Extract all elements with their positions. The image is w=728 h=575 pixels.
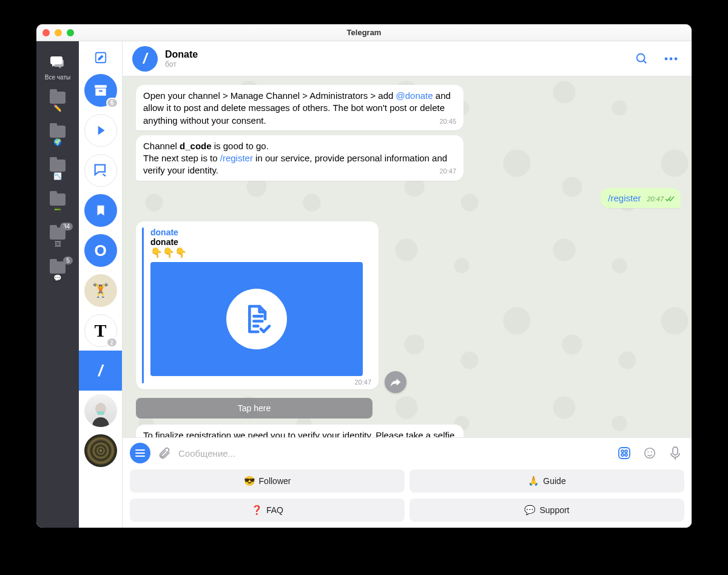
chat-title: Donate — [165, 49, 198, 60]
chat-item[interactable]: 🏋️ — [79, 271, 123, 311]
message-time: 20:47 — [647, 195, 675, 204]
inline-button-tap-here[interactable]: Tap here — [136, 398, 372, 419]
voice-button[interactable] — [666, 444, 684, 462]
emoji-icon: ❓ — [251, 505, 263, 516]
chats-icon — [36, 50, 79, 74]
folder-item[interactable]: 📉 — [36, 152, 79, 186]
emoji-icon: 🙏 — [528, 476, 539, 486]
avatar-letter: О — [94, 241, 106, 260]
chat-avatar[interactable]: / — [132, 46, 158, 72]
messages-scroll[interactable]: Open your channel > Manage Channel > Adm… — [123, 76, 692, 437]
message-text: is good to go. — [212, 141, 269, 151]
folder-icon — [50, 126, 66, 138]
bot-menu-button[interactable] — [130, 443, 150, 463]
svg-point-5 — [665, 57, 668, 60]
command-link[interactable]: /register — [220, 153, 253, 163]
window-controls — [42, 29, 74, 36]
chat-item[interactable]: О — [79, 230, 123, 271]
folder-emoji: 💬 — [53, 275, 62, 281]
svg-point-14 — [647, 451, 649, 452]
folder-item[interactable]: 34 🖼 — [36, 220, 79, 254]
sticker-panel-button[interactable] — [615, 444, 633, 462]
message-in[interactable]: Open your channel > Manage Channel > Adm… — [136, 85, 463, 130]
all-chats-label: Все чаты — [45, 74, 70, 81]
close-window-button[interactable] — [42, 29, 50, 36]
zoom-window-button[interactable] — [67, 29, 74, 36]
folder-column: Все чаты ✏️ 🌍 📉 📟 34 🖼 — [36, 41, 79, 528]
folder-icon — [50, 193, 66, 206]
message-in[interactable]: Channel d_code is good to go. The next s… — [136, 135, 463, 181]
folder-item[interactable]: ✏️ — [36, 84, 79, 118]
svg-rect-1 — [98, 90, 103, 92]
search-button[interactable] — [631, 48, 653, 70]
svg-rect-16 — [673, 447, 678, 455]
chat-header[interactable]: / Donate бот — [123, 41, 692, 76]
folder-emoji: 🖼 — [55, 241, 61, 247]
message-text: /register — [608, 193, 641, 203]
emoji-button[interactable] — [641, 444, 659, 462]
window-title: Telegram — [36, 28, 692, 37]
svg-rect-3 — [97, 411, 104, 415]
message-text: The next step is to — [143, 153, 220, 163]
unread-badge: 2 — [106, 337, 118, 348]
message-out[interactable]: /register 20:47 — [601, 188, 681, 208]
keyboard-label: Follower — [259, 476, 291, 486]
svg-point-9 — [621, 450, 624, 452]
card-title: donate — [150, 237, 371, 247]
attach-button[interactable] — [158, 446, 171, 460]
message-text: To finalize registration we need you to … — [143, 430, 454, 437]
chat-item[interactable] — [79, 150, 123, 190]
emoji-icon: 😎 — [244, 476, 255, 486]
folder-item[interactable]: 🌍 — [36, 118, 79, 152]
more-button[interactable] — [660, 48, 682, 70]
keyboard-button-guide[interactable]: 🙏Guide — [410, 469, 684, 493]
chat-item-saved[interactable] — [79, 190, 123, 230]
chat-item[interactable] — [79, 391, 123, 431]
chat-item[interactable] — [79, 110, 123, 150]
unread-badge: 6 — [106, 98, 118, 108]
svg-point-6 — [670, 57, 673, 60]
message-text: Channel — [143, 141, 180, 151]
message-in[interactable]: To finalize registration we need you to … — [136, 425, 463, 437]
folder-emoji: 🌍 — [53, 139, 62, 146]
card-image[interactable] — [150, 262, 363, 376]
document-check-icon — [226, 289, 287, 349]
message-time: 20:47 — [150, 378, 371, 386]
svg-point-11 — [621, 454, 624, 456]
svg-point-10 — [625, 450, 627, 452]
message-time: 20:45 — [439, 117, 456, 126]
mention-link[interactable]: @donate — [396, 90, 433, 101]
folder-emoji: ✏️ — [53, 105, 62, 112]
all-chats-folder[interactable]: Все чаты — [36, 50, 79, 81]
svg-point-13 — [645, 448, 655, 459]
message-input[interactable] — [178, 448, 608, 459]
compose-button[interactable] — [83, 45, 118, 70]
message-bold: d_code — [180, 141, 212, 151]
chat-item-donate[interactable]: / — [79, 351, 123, 391]
card-site-name: donate — [150, 227, 371, 237]
svg-rect-8 — [619, 448, 630, 459]
share-button[interactable] — [385, 371, 406, 393]
webpage-card[interactable]: donate donate 👇👇👇 — [136, 221, 379, 389]
card-accent — [142, 227, 144, 383]
chat-item-archive[interactable]: 6 — [79, 70, 123, 110]
titlebar: Telegram — [36, 24, 692, 41]
app-window: Telegram Все чаты ✏️ 🌍 📉 — [36, 24, 692, 528]
chat-item[interactable]: T 2 — [79, 311, 123, 351]
chat-item[interactable] — [79, 431, 123, 471]
minimize-window-button[interactable] — [55, 29, 62, 36]
keyboard-label: Guide — [543, 476, 565, 486]
folder-item[interactable]: 5 💬 — [36, 254, 79, 288]
folder-icon — [50, 160, 66, 172]
folder-emoji: 📉 — [53, 173, 62, 180]
card-emojis: 👇👇👇 — [150, 247, 371, 258]
keyboard-label: Support — [539, 505, 569, 515]
chat-list: 6 О 🏋️ — [79, 41, 123, 528]
message-text: Open your channel > Manage Channel > Adm… — [143, 90, 396, 101]
keyboard-button-support[interactable]: 💬Support — [410, 499, 684, 522]
keyboard-button-faq[interactable]: ❓FAQ — [130, 499, 405, 522]
keyboard-button-follower[interactable]: 😎Follower — [130, 469, 405, 493]
emoji-icon: 💬 — [524, 505, 536, 516]
folder-item[interactable]: 📟 — [36, 186, 79, 220]
folder-emoji: 📟 — [53, 207, 62, 214]
